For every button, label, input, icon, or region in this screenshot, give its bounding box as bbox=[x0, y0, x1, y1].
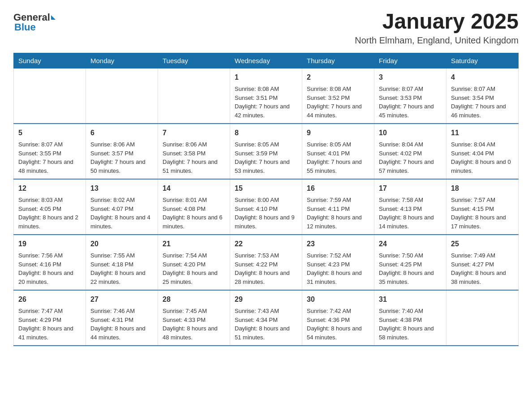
sunset-text: Sunset: 3:54 PM bbox=[451, 94, 494, 101]
sunset-text: Sunset: 4:22 PM bbox=[235, 261, 278, 268]
sunrise-text: Sunrise: 7:47 AM bbox=[18, 308, 63, 314]
calendar-cell: 18Sunrise: 7:57 AMSunset: 4:15 PMDayligh… bbox=[446, 179, 519, 235]
calendar-cell: 27Sunrise: 7:46 AMSunset: 4:31 PMDayligh… bbox=[86, 290, 158, 346]
calendar-cell: 1Sunrise: 8:08 AMSunset: 3:51 PMDaylight… bbox=[230, 68, 302, 124]
sunrise-text: Sunrise: 7:45 AM bbox=[163, 308, 207, 314]
calendar-cell: 10Sunrise: 8:04 AMSunset: 4:02 PMDayligh… bbox=[374, 124, 446, 179]
sunset-text: Sunset: 4:34 PM bbox=[235, 317, 278, 323]
day-number: 28 bbox=[163, 294, 225, 305]
location: North Elmham, England, United Kingdom bbox=[355, 35, 519, 46]
sunrise-text: Sunrise: 7:53 AM bbox=[235, 252, 279, 259]
day-number: 7 bbox=[163, 128, 225, 138]
day-number: 4 bbox=[451, 72, 514, 83]
calendar-cell: 4Sunrise: 8:07 AMSunset: 3:54 PMDaylight… bbox=[446, 68, 519, 124]
day-number: 27 bbox=[90, 294, 153, 305]
daylight-text: Daylight: 8 hours and 51 minutes. bbox=[235, 325, 290, 341]
header-wednesday: Wednesday bbox=[230, 53, 302, 68]
sunrise-text: Sunrise: 7:58 AM bbox=[379, 197, 423, 203]
sunrise-text: Sunrise: 8:02 AM bbox=[90, 197, 135, 203]
day-number: 1 bbox=[235, 72, 297, 83]
day-number: 30 bbox=[307, 294, 369, 305]
sunset-text: Sunset: 4:16 PM bbox=[18, 261, 61, 268]
calendar-cell: 26Sunrise: 7:47 AMSunset: 4:29 PMDayligh… bbox=[14, 290, 86, 346]
header-sunday: Sunday bbox=[14, 53, 86, 68]
day-number: 29 bbox=[235, 294, 297, 305]
day-number: 24 bbox=[379, 239, 442, 249]
calendar-cell: 22Sunrise: 7:53 AMSunset: 4:22 PMDayligh… bbox=[230, 235, 302, 290]
sunset-text: Sunset: 4:38 PM bbox=[379, 317, 422, 323]
sunset-text: Sunset: 4:05 PM bbox=[18, 206, 61, 212]
calendar-week-row: 12Sunrise: 8:03 AMSunset: 4:05 PMDayligh… bbox=[14, 179, 519, 235]
sunset-text: Sunset: 4:11 PM bbox=[307, 206, 350, 212]
calendar-cell: 21Sunrise: 7:54 AMSunset: 4:20 PMDayligh… bbox=[158, 235, 230, 290]
daylight-text: Daylight: 8 hours and 2 minutes. bbox=[18, 214, 78, 230]
day-number: 2 bbox=[307, 72, 369, 83]
daylight-text: Daylight: 8 hours and 9 minutes. bbox=[235, 214, 295, 230]
calendar-cell: 20Sunrise: 7:55 AMSunset: 4:18 PMDayligh… bbox=[86, 235, 158, 290]
sunrise-text: Sunrise: 7:56 AM bbox=[18, 252, 63, 259]
sunset-text: Sunset: 3:55 PM bbox=[18, 150, 61, 157]
calendar-cell: 8Sunrise: 8:05 AMSunset: 3:59 PMDaylight… bbox=[230, 124, 302, 179]
day-number: 6 bbox=[90, 128, 153, 138]
daylight-text: Daylight: 7 hours and 51 minutes. bbox=[163, 158, 218, 174]
sunrise-text: Sunrise: 8:07 AM bbox=[18, 141, 63, 148]
day-number: 20 bbox=[90, 239, 153, 249]
calendar-week-row: 26Sunrise: 7:47 AMSunset: 4:29 PMDayligh… bbox=[14, 290, 519, 346]
daylight-text: Daylight: 8 hours and 0 minutes. bbox=[451, 158, 511, 174]
sunrise-text: Sunrise: 8:04 AM bbox=[451, 141, 495, 148]
sunset-text: Sunset: 3:51 PM bbox=[235, 94, 278, 101]
day-number: 8 bbox=[235, 128, 297, 138]
day-number: 25 bbox=[451, 239, 514, 249]
calendar-body: 1Sunrise: 8:08 AMSunset: 3:51 PMDaylight… bbox=[14, 68, 519, 346]
title-area: January 2025 North Elmham, England, Unit… bbox=[355, 9, 519, 46]
calendar-table: Sunday Monday Tuesday Wednesday Thursday… bbox=[13, 53, 519, 346]
calendar-cell: 2Sunrise: 8:08 AMSunset: 3:52 PMDaylight… bbox=[302, 68, 374, 124]
logo-blue-text: Blue bbox=[13, 21, 36, 33]
calendar-cell: 29Sunrise: 7:43 AMSunset: 4:34 PMDayligh… bbox=[230, 290, 302, 346]
header-monday: Monday bbox=[86, 53, 158, 68]
day-number: 21 bbox=[163, 239, 225, 249]
calendar-cell bbox=[14, 68, 86, 124]
sunrise-text: Sunrise: 7:54 AM bbox=[163, 252, 207, 259]
sunrise-text: Sunrise: 7:50 AM bbox=[379, 252, 423, 259]
daylight-text: Daylight: 8 hours and 6 minutes. bbox=[163, 214, 223, 230]
sunset-text: Sunset: 3:57 PM bbox=[90, 150, 133, 157]
days-of-week-row: Sunday Monday Tuesday Wednesday Thursday… bbox=[14, 53, 519, 68]
calendar-cell: 25Sunrise: 7:49 AMSunset: 4:27 PMDayligh… bbox=[446, 235, 519, 290]
logo: General Blue bbox=[13, 9, 56, 33]
sunset-text: Sunset: 4:18 PM bbox=[90, 261, 133, 268]
calendar-cell bbox=[158, 68, 230, 124]
sunrise-text: Sunrise: 8:05 AM bbox=[307, 141, 351, 148]
sunset-text: Sunset: 3:53 PM bbox=[379, 94, 422, 101]
day-number: 3 bbox=[379, 72, 442, 83]
sunset-text: Sunset: 3:52 PM bbox=[307, 94, 350, 101]
day-number: 22 bbox=[235, 239, 297, 249]
daylight-text: Daylight: 7 hours and 48 minutes. bbox=[18, 158, 73, 174]
calendar-cell: 17Sunrise: 7:58 AMSunset: 4:13 PMDayligh… bbox=[374, 179, 446, 235]
calendar-cell: 16Sunrise: 7:59 AMSunset: 4:11 PMDayligh… bbox=[302, 179, 374, 235]
daylight-text: Daylight: 7 hours and 50 minutes. bbox=[90, 158, 146, 174]
header-friday: Friday bbox=[374, 53, 446, 68]
day-number: 12 bbox=[18, 183, 81, 194]
calendar-week-row: 5Sunrise: 8:07 AMSunset: 3:55 PMDaylight… bbox=[14, 124, 519, 179]
sunset-text: Sunset: 4:07 PM bbox=[90, 206, 133, 212]
sunset-text: Sunset: 4:23 PM bbox=[307, 261, 350, 268]
daylight-text: Daylight: 8 hours and 22 minutes. bbox=[90, 270, 146, 285]
daylight-text: Daylight: 8 hours and 58 minutes. bbox=[379, 325, 434, 341]
day-number: 19 bbox=[18, 239, 81, 249]
sunset-text: Sunset: 4:15 PM bbox=[451, 206, 494, 212]
calendar-cell: 11Sunrise: 8:04 AMSunset: 4:04 PMDayligh… bbox=[446, 124, 519, 179]
calendar-cell: 28Sunrise: 7:45 AMSunset: 4:33 PMDayligh… bbox=[158, 290, 230, 346]
day-number: 13 bbox=[90, 183, 153, 194]
calendar-cell: 24Sunrise: 7:50 AMSunset: 4:25 PMDayligh… bbox=[374, 235, 446, 290]
day-number: 11 bbox=[451, 128, 514, 138]
daylight-text: Daylight: 8 hours and 48 minutes. bbox=[163, 325, 218, 341]
sunrise-text: Sunrise: 8:03 AM bbox=[18, 197, 63, 203]
sunset-text: Sunset: 4:08 PM bbox=[163, 206, 206, 212]
sunrise-text: Sunrise: 8:08 AM bbox=[235, 86, 279, 92]
daylight-text: Daylight: 8 hours and 54 minutes. bbox=[307, 325, 362, 341]
daylight-text: Daylight: 7 hours and 57 minutes. bbox=[379, 158, 434, 174]
calendar-cell: 12Sunrise: 8:03 AMSunset: 4:05 PMDayligh… bbox=[14, 179, 86, 235]
day-number: 18 bbox=[451, 183, 514, 194]
calendar-cell: 30Sunrise: 7:42 AMSunset: 4:36 PMDayligh… bbox=[302, 290, 374, 346]
